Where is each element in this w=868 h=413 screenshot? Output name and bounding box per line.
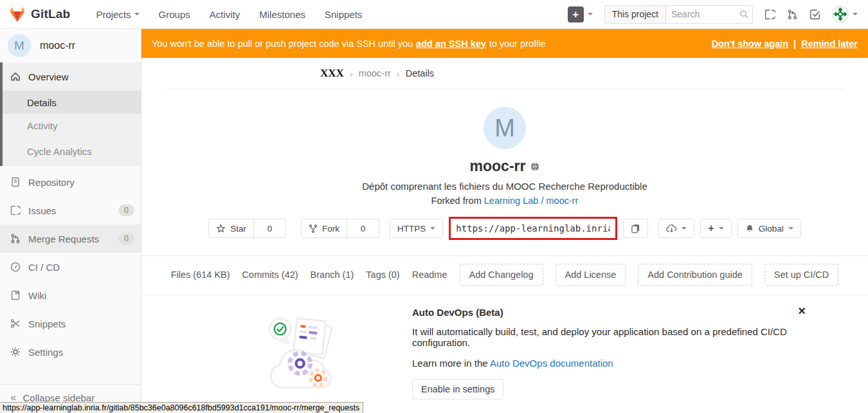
enable-in-settings-button[interactable]: Enable in settings: [412, 379, 503, 399]
search-icon: [739, 10, 749, 19]
project-stats-bar: Files (614 KB) Commits (42) Branch (1) T…: [141, 256, 868, 295]
notification-dropdown[interactable]: Global: [737, 219, 801, 238]
ssh-warning-banner: You won't be able to pull or push projec…: [141, 29, 868, 58]
brand-name: GitLab: [31, 7, 70, 21]
breadcrumb-separator: ›: [397, 68, 400, 79]
clone-url-input[interactable]: [451, 219, 615, 238]
add-changelog-button[interactable]: Add Changelog: [460, 264, 543, 286]
chevron-down-icon: [682, 227, 687, 230]
banner-message-suffix: to your profile: [489, 39, 546, 49]
search-combo: This project: [604, 5, 753, 24]
devops-description: It will automatically build, test, and d…: [412, 326, 836, 348]
sidebar-item-overview[interactable]: Overview: [3, 62, 141, 91]
readme-link[interactable]: Readme: [412, 270, 448, 280]
breadcrumb-group[interactable]: XXX: [320, 67, 344, 80]
merge-requests-icon[interactable]: [787, 9, 798, 20]
nav-links: Projects Groups Activity Milestones Snip…: [96, 9, 362, 20]
sidebar-item-cicd[interactable]: CI / CD: [0, 253, 141, 281]
devops-illustration: [264, 314, 339, 392]
tags-link[interactable]: Tags (0): [366, 270, 399, 280]
user-menu[interactable]: [832, 6, 858, 23]
fork-icon: [309, 224, 318, 234]
sidebar-item-issues[interactable]: Issues 0: [0, 196, 141, 225]
project-title: mooc-rr: [470, 158, 526, 175]
main-content: XXX › mooc-rr › Details M mooc-rr Dépôt …: [141, 58, 868, 413]
scissors-icon: [10, 318, 21, 329]
copy-url-button[interactable]: [623, 219, 648, 238]
search-input[interactable]: [671, 9, 736, 19]
remind-later-link[interactable]: Remind later: [801, 39, 858, 49]
banner-message: You won't be able to pull or push projec…: [152, 39, 413, 49]
devops-learn-line: Learn more in the Auto DevOps documentat…: [412, 358, 836, 369]
nav-activity[interactable]: Activity: [210, 9, 240, 20]
chevron-down-icon: [788, 227, 793, 230]
search-box[interactable]: [665, 5, 753, 24]
branches-link[interactable]: Branch (1): [311, 270, 354, 280]
public-globe-icon: [530, 162, 539, 171]
plus-icon: +: [708, 223, 714, 234]
chevron-down-icon: [134, 13, 140, 15]
protocol-dropdown[interactable]: HTTPS: [390, 219, 443, 238]
sidebar-item-repository[interactable]: Repository: [0, 168, 141, 196]
sidebar-item-wiki[interactable]: Wiki: [0, 281, 141, 309]
download-dropdown[interactable]: [658, 219, 694, 238]
breadcrumb-page: Details: [406, 68, 434, 78]
star-icon: [216, 224, 226, 234]
add-dropdown[interactable]: +: [700, 219, 731, 238]
document-icon: [10, 177, 21, 187]
top-navbar: GitLab Projects Groups Activity Mileston…: [0, 0, 868, 29]
gauge-icon: [10, 262, 21, 272]
dont-show-again-link[interactable]: Don't show again: [712, 39, 788, 49]
user-avatar: [832, 6, 849, 23]
issues-icon: [10, 205, 21, 216]
nav-projects[interactable]: Projects: [96, 9, 139, 20]
setup-cicd-button[interactable]: Set up CI/CD: [764, 264, 838, 286]
forked-from-link[interactable]: Learning Lab / mooc-rr: [484, 196, 579, 206]
new-dropdown[interactable]: +: [568, 6, 593, 23]
gitlab-logo[interactable]: GitLab: [0, 6, 79, 23]
gear-icon: [10, 347, 21, 357]
mr-count-badge: 0: [118, 233, 134, 244]
nav-snippets[interactable]: Snippets: [325, 9, 362, 20]
chevron-down-icon: [430, 227, 435, 230]
sidebar-item-settings[interactable]: Settings: [0, 338, 141, 366]
sidebar-project-header[interactable]: M mooc-rr: [0, 29, 141, 62]
issues-icon[interactable]: [764, 9, 775, 20]
nav-milestones[interactable]: Milestones: [259, 9, 305, 20]
book-icon: [10, 290, 21, 300]
close-icon[interactable]: ×: [798, 304, 806, 317]
sidebar-item-activity[interactable]: Activity: [3, 114, 141, 137]
files-link[interactable]: Files (614 KB): [171, 270, 230, 280]
project-description: Dépôt comprenant les fichiers du MOOC Re…: [362, 181, 647, 192]
project-avatar-small: M: [8, 34, 31, 57]
breadcrumb-project[interactable]: mooc-rr: [359, 68, 391, 78]
home-icon: [10, 71, 21, 82]
todos-icon[interactable]: [809, 9, 820, 20]
sidebar-item-details[interactable]: Details: [3, 91, 141, 114]
sidebar-project-name: mooc-rr: [40, 40, 75, 51]
devops-title: Auto DevOps (Beta): [412, 307, 836, 318]
chevron-down-icon: [853, 13, 858, 15]
add-license-button[interactable]: Add License: [556, 264, 626, 286]
sidebar-item-cycle-analytics[interactable]: Cycle Analytics: [3, 137, 141, 166]
star-button[interactable]: Star: [208, 219, 254, 238]
add-contribution-guide-button[interactable]: Add Contribution guide: [638, 264, 752, 286]
star-count[interactable]: 0: [254, 219, 286, 238]
devops-doc-link[interactable]: Auto DevOps documentation: [490, 358, 613, 369]
bell-icon: [745, 224, 754, 234]
sidebar-item-snippets[interactable]: Snippets: [0, 309, 141, 338]
fork-button[interactable]: Fork: [301, 219, 347, 238]
project-actions: Star 0 Fork 0 HTTPS: [141, 217, 868, 240]
commits-link[interactable]: Commits (42): [242, 270, 298, 280]
sidebar-item-merge-requests[interactable]: Merge Requests 0: [0, 225, 141, 253]
plus-icon: +: [568, 6, 584, 23]
browser-status-bar: https://app-learninglab.inria.fr/gitlab/…: [0, 402, 363, 413]
sidebar-section-overview: Overview Details Activity Cycle Analytic…: [0, 62, 141, 166]
fork-count[interactable]: 0: [347, 219, 379, 238]
add-ssh-key-link[interactable]: add an SSH key: [416, 39, 486, 49]
chevron-down-icon: [588, 13, 593, 15]
project-sidebar: M mooc-rr Overview Details Activity Cycl…: [0, 29, 141, 413]
breadcrumb-separator: ›: [350, 68, 353, 79]
banner-divider: |: [793, 39, 796, 49]
nav-groups[interactable]: Groups: [159, 9, 190, 20]
